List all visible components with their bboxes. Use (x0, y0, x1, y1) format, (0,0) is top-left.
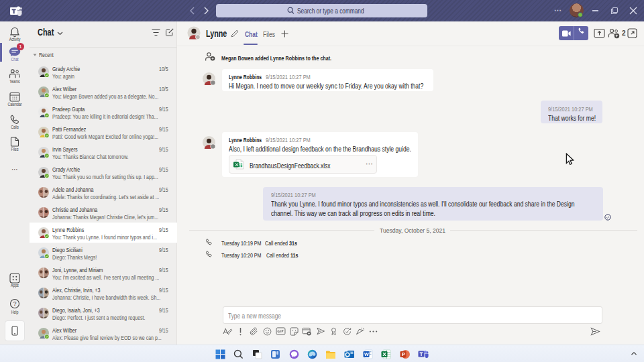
svg-text:?: ? (13, 300, 16, 307)
